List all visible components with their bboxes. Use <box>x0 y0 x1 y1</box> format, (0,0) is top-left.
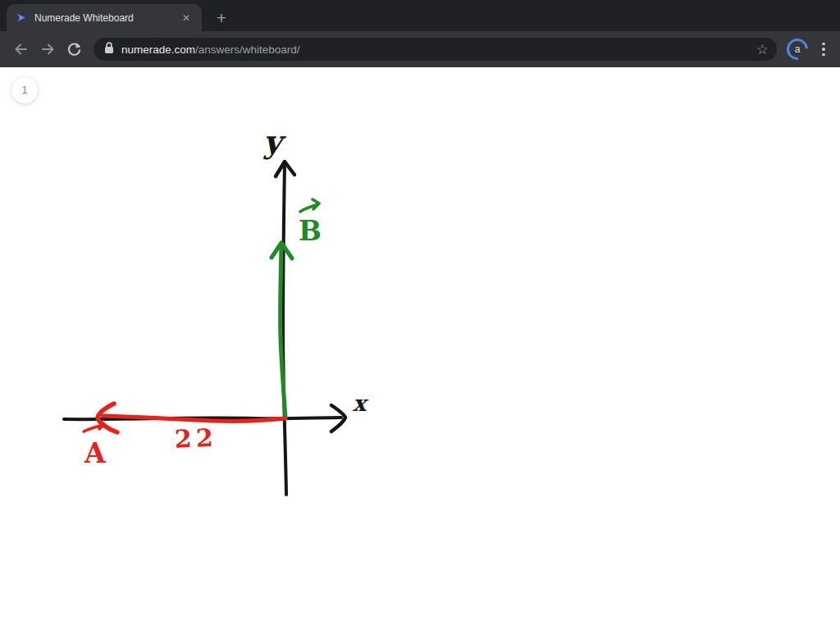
forward-button[interactable] <box>36 38 59 61</box>
lock-icon <box>104 42 114 57</box>
vector-a-hat-arrow <box>84 421 104 431</box>
back-button[interactable] <box>10 38 33 61</box>
reload-icon[interactable] <box>62 38 85 61</box>
profile-initial: a <box>795 43 801 55</box>
vector-b-hat-arrow <box>300 199 319 212</box>
url-domain: numerade.com <box>121 43 195 56</box>
tab-title: Numerade Whiteboard <box>34 12 172 24</box>
numerade-logo-icon <box>15 11 28 25</box>
tab-close-icon[interactable]: ✕ <box>179 11 194 25</box>
browser-tab[interactable]: Numerade Whiteboard ✕ <box>7 4 202 31</box>
tab-bar: Numerade Whiteboard ✕ + <box>0 0 840 31</box>
vector-a-magnitude: 22 <box>174 423 217 454</box>
menu-kebab-icon[interactable] <box>816 40 831 58</box>
whiteboard-area: 1 y x B A 22 <box>0 67 840 630</box>
y-axis-line <box>283 162 286 495</box>
profile-avatar[interactable]: a <box>787 39 808 60</box>
address-bar[interactable]: numerade.com/answers/whiteboard/ ☆ <box>94 38 777 61</box>
x-axis-label: x <box>353 390 369 416</box>
url-path: /answers/whiteboard/ <box>195 43 300 56</box>
y-axis-label: y <box>262 123 286 160</box>
whiteboard-canvas[interactable]: y x B A 22 <box>0 67 840 630</box>
new-tab-button[interactable]: + <box>212 8 231 28</box>
bookmark-star-icon[interactable]: ☆ <box>756 43 769 57</box>
vector-b-label: B <box>299 215 322 247</box>
vector-a-label: A <box>84 437 106 469</box>
browser-toolbar: numerade.com/answers/whiteboard/ ☆ a <box>0 31 840 67</box>
browser-window: Numerade Whiteboard ✕ + <box>0 0 840 630</box>
url-text: numerade.com/answers/whiteboard/ <box>121 43 749 56</box>
